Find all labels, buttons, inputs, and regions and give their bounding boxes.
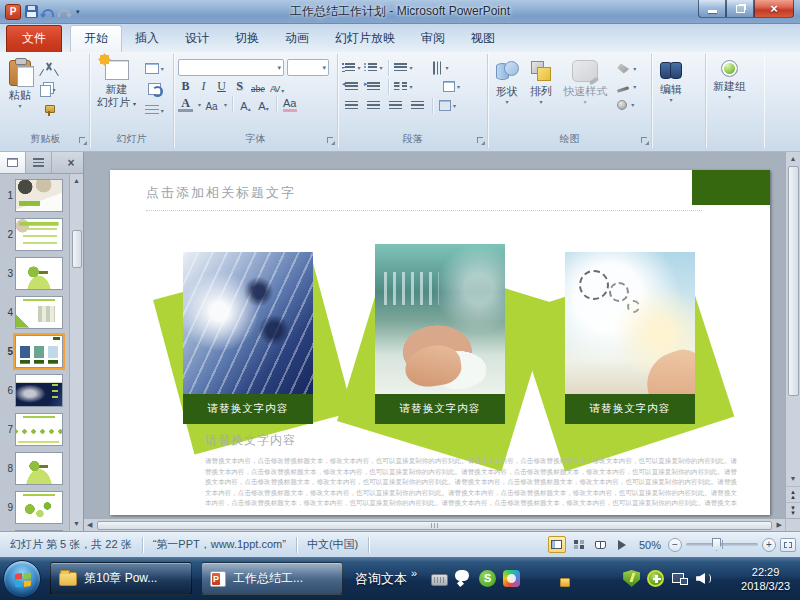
slideshow-button[interactable]: [614, 536, 632, 553]
shape-fill-button[interactable]: ▾: [617, 61, 641, 76]
smartart-convert-button[interactable]: ▾: [438, 97, 457, 114]
scroll-right-icon[interactable]: ▶: [774, 521, 785, 529]
card-photo[interactable]: [183, 252, 313, 394]
keyboard-icon[interactable]: [431, 574, 448, 586]
next-slide-button[interactable]: ▼▼: [786, 502, 800, 518]
slide-thumbnail-3[interactable]: 3: [0, 257, 69, 290]
tab-design[interactable]: 设计: [172, 26, 222, 52]
shape-effects-button[interactable]: ▾: [617, 97, 641, 112]
text-direction-button[interactable]: ▾: [430, 59, 449, 76]
align-text-button[interactable]: ▾: [442, 78, 461, 95]
qq-icon-2[interactable]: [575, 570, 592, 587]
slides-pane-tab[interactable]: [0, 152, 26, 173]
tab-insert[interactable]: 插入: [122, 26, 172, 52]
qq-icon-1[interactable]: [527, 570, 544, 587]
align-center-button[interactable]: [364, 97, 383, 114]
tab-view[interactable]: 视图: [458, 26, 508, 52]
security-shield-icon[interactable]: [623, 570, 640, 587]
tab-file[interactable]: 文件: [6, 25, 62, 52]
zoom-out-button[interactable]: −: [668, 538, 682, 552]
grow-font-button[interactable]: A▴: [238, 96, 253, 112]
horizontal-scrollbar[interactable]: ◀ ▶: [84, 518, 785, 531]
drawing-dialog-launcher[interactable]: [640, 136, 649, 145]
strikethrough-button[interactable]: abe: [250, 78, 266, 94]
scroll-down-icon[interactable]: ▼: [790, 472, 797, 486]
sogou-icon[interactable]: [479, 570, 496, 587]
body-text-placeholder[interactable]: 请替换文本内容，点击修改替换标题文本，修改文本内容，也可以直接复制你的内容到此。…: [205, 456, 737, 508]
new-group-button[interactable]: 新建组▾: [709, 57, 750, 129]
wechat-icon[interactable]: [455, 570, 472, 587]
zoom-slider[interactable]: [686, 543, 758, 546]
scroll-left-icon[interactable]: ◀: [84, 521, 95, 529]
normal-view-button[interactable]: [548, 536, 566, 553]
slide-layout-button[interactable]: ▾: [143, 59, 165, 77]
horizontal-scroll-thumb[interactable]: [97, 521, 771, 530]
slide-thumbnail-6[interactable]: 6: [0, 374, 69, 407]
slide-sorter-button[interactable]: [570, 536, 588, 553]
justify-button[interactable]: [408, 97, 427, 114]
change-case-button[interactable]: Aa: [204, 96, 219, 112]
thumbnail-scrollbar[interactable]: ▲ ▼: [69, 174, 83, 531]
italic-button[interactable]: I: [196, 78, 211, 94]
taskbar-folder-task[interactable]: 第10章 Pow...: [50, 562, 192, 595]
taskbar-powerpoint-task[interactable]: 工作总结工...: [201, 562, 343, 595]
line-spacing-button[interactable]: ↕▾: [394, 59, 413, 76]
align-left-button[interactable]: [342, 97, 361, 114]
vertical-scroll-thumb[interactable]: [788, 166, 799, 396]
card-caption[interactable]: 请替换文字内容: [565, 394, 695, 424]
underline-button[interactable]: U: [214, 78, 229, 94]
tab-home[interactable]: 开始: [70, 25, 122, 52]
font-color-button[interactable]: A: [178, 96, 193, 112]
clipboard-dialog-launcher[interactable]: [78, 136, 87, 145]
slide-thumbnail-5[interactable]: 5: [0, 335, 69, 368]
font-dialog-launcher[interactable]: [326, 136, 335, 145]
arrange-button[interactable]: 排列▾: [526, 57, 556, 129]
shapes-button[interactable]: 形状▾: [491, 57, 523, 129]
slide-thumbnail-4[interactable]: 4: [0, 296, 69, 329]
colorful-app-icon[interactable]: [503, 570, 520, 587]
card-photo[interactable]: [375, 244, 505, 394]
text-shadow-button[interactable]: S: [232, 78, 247, 94]
body-heading-placeholder[interactable]: 请替换文字内容: [205, 432, 296, 449]
thumb-scroll-down-icon[interactable]: ▼: [73, 517, 80, 531]
paragraph-dialog-launcher[interactable]: [476, 136, 485, 145]
previous-slide-button[interactable]: ▲▲: [786, 486, 800, 502]
scroll-up-icon[interactable]: ▲: [790, 152, 797, 166]
align-right-button[interactable]: [386, 97, 405, 114]
network-icon[interactable]: [671, 570, 688, 587]
tab-slideshow[interactable]: 幻灯片放映: [322, 26, 408, 52]
slide-image-card-1[interactable]: 请替换文字内容: [183, 252, 313, 424]
card-photo[interactable]: [565, 252, 695, 394]
clear-formatting-button[interactable]: Aa: [282, 96, 297, 112]
slide-thumbnail-9[interactable]: 9: [0, 491, 69, 524]
numbering-button[interactable]: ▾: [364, 59, 383, 76]
copy-button[interactable]: ▾: [38, 80, 60, 98]
font-size-select[interactable]: ▾: [287, 59, 329, 76]
character-spacing-button[interactable]: AV▾: [269, 78, 284, 94]
start-button[interactable]: [3, 560, 41, 598]
increase-indent-button[interactable]: ▸: [364, 78, 383, 95]
card-caption[interactable]: 请替换文字内容: [183, 394, 313, 424]
slide-thumbnail-2[interactable]: 2: [0, 218, 69, 251]
tab-animations[interactable]: 动画: [272, 26, 322, 52]
editing-button[interactable]: 编辑▾: [655, 57, 687, 129]
slide-image-card-3[interactable]: 请替换文字内容: [565, 252, 695, 424]
language-bar[interactable]: 咨询文本: [355, 570, 407, 588]
toolbar-chevron-icon[interactable]: »: [411, 567, 417, 579]
vertical-scrollbar[interactable]: ▲ ▼ ▲▲ ▼▼: [785, 152, 800, 518]
close-pane-button[interactable]: ×: [59, 152, 83, 173]
outline-pane-tab[interactable]: [26, 152, 52, 173]
format-painter-button[interactable]: [38, 101, 60, 119]
slide-thumbnail-8[interactable]: 8: [0, 452, 69, 485]
slide-editing-surface[interactable]: 点击添加相关标题文字 请: [110, 170, 770, 515]
shape-outline-button[interactable]: ▾: [617, 79, 641, 94]
restore-button[interactable]: [726, 0, 754, 18]
shrink-font-button[interactable]: A▾: [256, 96, 271, 112]
font-name-select[interactable]: ▾: [178, 59, 284, 76]
reading-view-button[interactable]: [592, 536, 610, 553]
zoom-in-button[interactable]: +: [762, 538, 776, 552]
cut-button[interactable]: [38, 59, 60, 77]
new-slide-button[interactable]: 新建幻灯片 ▾: [93, 57, 140, 129]
tab-review[interactable]: 审阅: [408, 26, 458, 52]
green-plus-icon[interactable]: [647, 570, 664, 587]
